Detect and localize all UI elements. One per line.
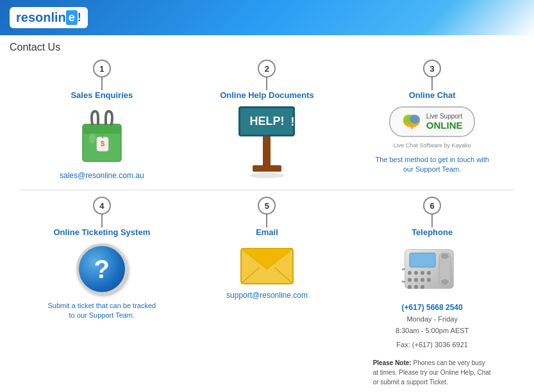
help-sign-board: HELP! — [238, 106, 295, 136]
svg-point-23 — [421, 285, 424, 289]
tail-5 — [266, 215, 267, 227]
svg-rect-12 — [410, 253, 435, 267]
number-row-2: 4 5 6 — [0, 193, 534, 227]
question-icon[interactable]: ? — [76, 243, 128, 295]
tail-6 — [431, 215, 433, 227]
title-row-1: Sales Enquiries Online Help Documents On… — [0, 90, 534, 100]
help-sign-icon: HELP! — [238, 106, 295, 178]
phone-hours2: 8:30am - 5:00pm AEST — [396, 325, 469, 337]
chat-bubble-icon — [402, 113, 421, 131]
live-support-labels: Live Support ONLINE — [426, 113, 463, 131]
shopping-bag-icon: $ — [76, 106, 128, 167]
phone-hours1: Monday - Friday — [396, 314, 469, 325]
live-chat-software: Live Chat Software by Kayako — [394, 142, 471, 149]
help-pole — [263, 136, 271, 165]
help-shadow — [249, 173, 285, 178]
title-5: Email — [185, 227, 350, 237]
content-row-2: ? Submit a ticket that can be tracked to… — [0, 237, 534, 392]
logo-exclaim: ! — [78, 11, 81, 24]
live-support-top: Live Support ONLINE — [402, 113, 463, 131]
online-chat-cell: Live Support ONLINE Live Chat Software b… — [349, 103, 515, 183]
svg-point-17 — [408, 278, 412, 282]
svg-point-26 — [441, 279, 449, 284]
page-title: Contact Us — [0, 35, 534, 56]
title-row-2: Online Ticketing System Email Telephone — [0, 227, 534, 237]
badge-4: 4 — [93, 197, 111, 215]
svg-point-15 — [421, 271, 424, 275]
svg-point-13 — [408, 271, 412, 275]
svg-point-18 — [414, 278, 418, 282]
tail-3 — [431, 78, 433, 90]
tail-2 — [266, 78, 267, 90]
tail-1 — [101, 78, 103, 90]
help-base — [253, 165, 281, 172]
title-3: Online Chat — [349, 90, 515, 100]
title-2: Online Help Documents — [185, 90, 350, 100]
svg-point-4 — [89, 133, 96, 143]
svg-point-20 — [427, 278, 431, 282]
live-support-label: Live Support — [426, 113, 462, 120]
badge-5: 5 — [258, 197, 276, 215]
sales-enquiries-cell: $ sales@resonline.com.au — [19, 103, 185, 183]
logo-e: e — [66, 10, 78, 25]
number-cell-3: 3 — [349, 60, 515, 90]
note-bold: Please Note: — [373, 359, 412, 366]
svg-text:$: $ — [101, 140, 104, 147]
svg-point-22 — [414, 285, 418, 289]
telephone-icon — [402, 243, 463, 298]
phone-info: (+617) 5668 2540 Monday - Friday 8:30am … — [396, 302, 469, 351]
svg-point-21 — [408, 285, 412, 289]
header: res onlin e ! — [0, 0, 534, 35]
badge-1: 1 — [93, 60, 111, 78]
svg-point-19 — [421, 278, 424, 282]
phone-note: Please Note: Phones can be very busy at … — [373, 358, 492, 387]
svg-marker-8 — [411, 127, 413, 130]
phone-fax: Fax: (+617) 3036 6921 — [396, 339, 469, 351]
chat-desc: The best method to get in touch with our… — [374, 155, 490, 175]
envelope-icon[interactable] — [240, 243, 294, 287]
phone-number: (+617) 5668 2540 — [396, 302, 469, 314]
title-4: Online Ticketing System — [19, 227, 185, 237]
help-docs-cell: HELP! — [185, 103, 350, 183]
content-row-1: $ sales@resonline.com.au HELP! — [0, 100, 534, 186]
svg-point-14 — [414, 271, 418, 275]
svg-point-7 — [410, 115, 420, 124]
logo[interactable]: res onlin e ! — [10, 7, 88, 28]
title-6: Telephone — [349, 227, 515, 237]
sales-email-link[interactable]: sales@resonline.com.au — [60, 171, 144, 180]
badge-2: 2 — [258, 60, 276, 78]
ticketing-cell: ? Submit a ticket that can be tracked to… — [19, 240, 185, 390]
svg-point-16 — [427, 271, 431, 275]
live-support-widget[interactable]: Live Support ONLINE — [389, 106, 476, 137]
number-cell-2: 2 — [185, 60, 350, 90]
badge-6: 6 — [423, 197, 441, 215]
svg-point-25 — [441, 254, 449, 259]
ticket-desc: Submit a ticket that can be tracked to o… — [47, 301, 156, 321]
number-cell-1: 1 — [19, 60, 185, 90]
badge-3: 3 — [423, 60, 441, 78]
logo-text: res — [16, 10, 35, 25]
title-1: Sales Enquiries — [19, 90, 185, 100]
online-label: ONLINE — [426, 120, 463, 131]
number-row-1: 1 2 3 — [0, 56, 534, 90]
logo-text-on: onlin — [35, 10, 66, 25]
number-cell-4: 4 — [19, 197, 185, 227]
email-cell: support@resonline.com — [185, 240, 350, 390]
support-email-link[interactable]: support@resonline.com — [226, 291, 308, 300]
number-cell-5: 5 — [185, 197, 350, 227]
tail-4 — [101, 215, 103, 227]
row-divider — [19, 190, 515, 190]
number-cell-6: 6 — [349, 197, 515, 227]
telephone-cell: (+617) 5668 2540 Monday - Friday 8:30am … — [349, 240, 515, 390]
